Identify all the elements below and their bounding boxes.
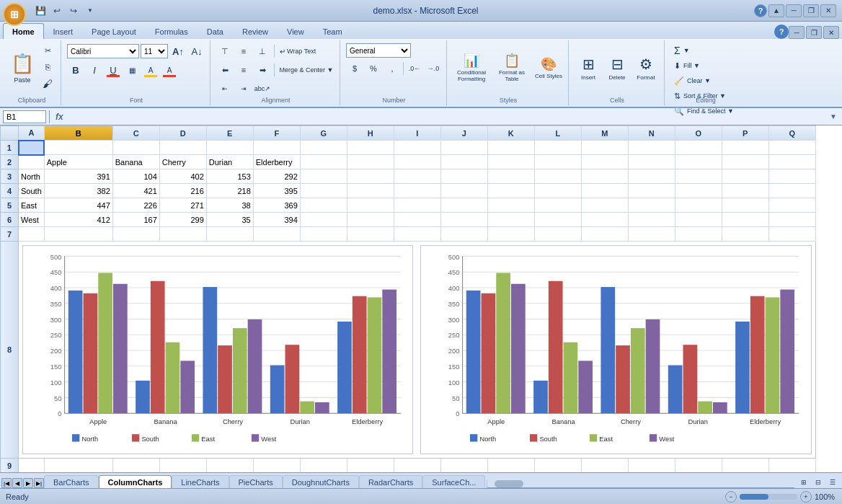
zoom-slider[interactable]	[740, 494, 797, 500]
center-align-button[interactable]: ≡	[235, 62, 252, 78]
cell[interactable]	[19, 459, 45, 473]
cell[interactable]	[394, 198, 440, 213]
number-format-select[interactable]: General Number Currency Accounting Date	[346, 43, 411, 58]
cell[interactable]: 38	[206, 198, 253, 213]
column-chart-1[interactable]: 050100150200250300350400450500 AppleBana…	[22, 245, 413, 454]
app-minimize-btn[interactable]: ─	[789, 26, 805, 39]
tab-page-layout[interactable]: Page Layout	[82, 23, 146, 39]
cell[interactable]	[206, 141, 253, 155]
cell[interactable]	[534, 459, 581, 473]
app-close-btn[interactable]: ✕	[823, 26, 839, 39]
minimize-btn[interactable]: ─	[786, 4, 802, 17]
cell[interactable]	[534, 155, 581, 169]
cell[interactable]	[440, 141, 487, 155]
cell[interactable]	[440, 169, 487, 184]
italic-button[interactable]: I	[86, 62, 103, 78]
cell[interactable]	[581, 141, 628, 155]
top-align-button[interactable]: ⊤	[216, 43, 234, 59]
sheet-tab-radar[interactable]: RadarCharts	[359, 475, 422, 488]
cell-reference-input[interactable]	[3, 110, 46, 123]
cell[interactable]	[722, 184, 768, 198]
cell[interactable]	[768, 184, 815, 198]
cell[interactable]	[675, 213, 722, 227]
col-header-d[interactable]: D	[159, 126, 206, 141]
cell[interactable]	[44, 141, 112, 155]
col-header-c[interactable]: C	[112, 126, 159, 141]
copy-button[interactable]: ⎘	[39, 59, 56, 75]
zoom-out-btn[interactable]: −	[725, 491, 737, 503]
cell[interactable]	[581, 459, 628, 473]
cell[interactable]	[487, 459, 534, 473]
font-grow-button[interactable]: A↑	[169, 43, 187, 59]
orientation-button[interactable]: abc↗	[254, 81, 271, 97]
cell[interactable]: Durian	[206, 155, 253, 169]
cell[interactable]	[253, 459, 300, 473]
cell[interactable]	[440, 213, 487, 227]
prev-sheet-btn[interactable]: ◀	[12, 478, 22, 488]
page-break-view-btn[interactable]: ☰	[826, 477, 839, 488]
cell[interactable]	[581, 184, 628, 198]
cell[interactable]	[347, 198, 394, 213]
cell[interactable]	[768, 213, 815, 227]
cell[interactable]	[675, 184, 722, 198]
cell[interactable]	[440, 184, 487, 198]
increase-decimal-button[interactable]: →.0	[425, 61, 442, 76]
cell[interactable]: 421	[112, 184, 159, 198]
cell[interactable]	[768, 141, 815, 155]
cell[interactable]	[487, 213, 534, 227]
cell[interactable]	[394, 155, 440, 169]
col-header-k[interactable]: K	[487, 126, 534, 141]
redo-quick-btn[interactable]: ↪	[66, 4, 81, 18]
cell[interactable]	[347, 184, 394, 198]
cell[interactable]	[159, 227, 206, 242]
cell[interactable]	[628, 213, 675, 227]
cell[interactable]	[628, 141, 675, 155]
cell[interactable]	[722, 155, 768, 169]
cell[interactable]: 299	[159, 213, 206, 227]
cell[interactable]	[581, 227, 628, 242]
cell[interactable]: 226	[112, 198, 159, 213]
col-header-a[interactable]: A	[19, 126, 45, 141]
normal-view-btn[interactable]: ⊞	[797, 477, 810, 488]
autosum-button[interactable]: Σ ▼	[673, 43, 738, 58]
cell[interactable]: Apple	[44, 155, 112, 169]
sheet-tab-columnchart[interactable]: ColumnCharts	[99, 475, 172, 488]
cell[interactable]	[394, 141, 440, 155]
tab-data[interactable]: Data	[198, 23, 233, 39]
percent-button[interactable]: %	[365, 61, 382, 76]
cell[interactable]	[347, 141, 394, 155]
decrease-decimal-button[interactable]: .0←	[406, 61, 423, 76]
find-select-button[interactable]: 🔍 Find & Select ▼	[673, 104, 738, 118]
cell[interactable]	[347, 169, 394, 184]
cell[interactable]	[581, 155, 628, 169]
wrap-text-button[interactable]: ↵ Wrap Text	[278, 45, 318, 58]
cell-styles-button[interactable]: 🎨 Cell Styles	[533, 44, 564, 92]
cell[interactable]	[722, 169, 768, 184]
cell[interactable]	[487, 227, 534, 242]
tab-insert[interactable]: Insert	[44, 23, 83, 39]
cell[interactable]: North	[19, 169, 45, 184]
cell[interactable]	[300, 184, 347, 198]
cell[interactable]	[206, 227, 253, 242]
cell[interactable]	[581, 198, 628, 213]
delete-cells-button[interactable]: ⊟ Delete	[603, 44, 631, 92]
col-header-o[interactable]: O	[675, 126, 722, 141]
app-restore-btn[interactable]: ❐	[806, 26, 822, 39]
cell[interactable]	[675, 169, 722, 184]
cell[interactable]	[581, 213, 628, 227]
close-btn[interactable]: ✕	[820, 4, 836, 17]
cell[interactable]: 391	[44, 169, 112, 184]
font-color-button[interactable]: A	[161, 62, 178, 78]
fill-button[interactable]: ⬇ Fill ▼	[673, 58, 738, 73]
sheet-tab-linecharts[interactable]: LineCharts	[172, 475, 229, 488]
cell[interactable]	[300, 169, 347, 184]
cell[interactable]	[253, 227, 300, 242]
sheet-tab-surface[interactable]: SurfaceCh...	[422, 475, 485, 488]
col-header-l[interactable]: L	[534, 126, 581, 141]
cell[interactable]	[628, 184, 675, 198]
bold-button[interactable]: B	[67, 62, 84, 78]
cell[interactable]	[534, 141, 581, 155]
tab-team[interactable]: Team	[314, 23, 352, 39]
cell[interactable]: Banana	[112, 155, 159, 169]
col-header-f[interactable]: F	[253, 126, 300, 141]
